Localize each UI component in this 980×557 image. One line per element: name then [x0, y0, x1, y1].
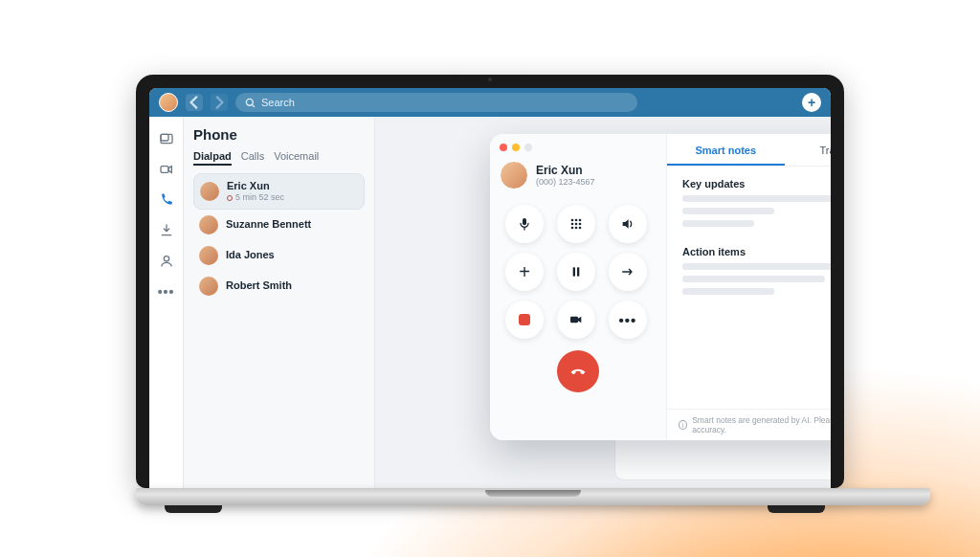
svg-point-6: [571, 219, 574, 222]
contact-row[interactable]: Ida Jones: [193, 240, 365, 271]
contact-sub: 5 min 52 sec: [227, 192, 284, 203]
svg-rect-2: [161, 134, 168, 141]
subtab-calls[interactable]: Calls: [241, 150, 264, 166]
avatar[interactable]: [159, 93, 178, 112]
section-action-items: Action items: [682, 246, 831, 257]
more-button[interactable]: •••: [609, 301, 647, 339]
skeleton-line: [682, 195, 831, 202]
zoom-icon[interactable]: [524, 144, 532, 151]
rail-more[interactable]: •••: [158, 283, 175, 301]
hangup-icon: [568, 362, 588, 381]
ai-disclaimer-text: Smart notes are generated by AI. Please …: [692, 415, 831, 434]
add-call-button[interactable]: +: [505, 253, 544, 291]
rail-contacts[interactable]: [158, 253, 175, 270]
search-placeholder: Search: [261, 97, 295, 108]
video-button[interactable]: [557, 301, 595, 339]
skeleton-line: [682, 276, 825, 282]
top-bar: Search +: [149, 88, 831, 117]
svg-rect-15: [573, 267, 575, 276]
svg-point-13: [575, 227, 578, 230]
svg-point-14: [579, 227, 582, 230]
notes-body: Key updates Action items: [667, 167, 831, 409]
laptop-feet: [136, 505, 854, 515]
svg-rect-5: [523, 218, 526, 225]
contact-row[interactable]: Suzanne Bennett: [193, 210, 365, 240]
contact-name: Suzanne Bennett: [226, 218, 311, 231]
info-icon: i: [679, 420, 687, 430]
call-controls-panel: Eric Xun (000) 123-4567: [490, 134, 667, 440]
svg-point-8: [579, 219, 582, 222]
phone-title: Phone: [193, 126, 365, 143]
app-screen: Search +: [149, 88, 831, 488]
video-icon: [568, 312, 584, 327]
contact-row[interactable]: Robert Smith: [193, 271, 365, 301]
close-icon[interactable]: [500, 144, 507, 151]
avatar: [500, 161, 528, 189]
svg-point-4: [164, 256, 168, 261]
download-icon: [159, 223, 174, 238]
skeleton-line: [682, 208, 774, 214]
dialpad-button[interactable]: [557, 205, 595, 243]
svg-rect-3: [161, 167, 168, 173]
tab-transcript[interactable]: Transcript: [785, 134, 832, 166]
chevron-left-icon: [186, 94, 203, 111]
speaker-button[interactable]: [609, 205, 647, 243]
svg-point-10: [575, 223, 578, 226]
notes-tabs: Smart notes Transcript: [667, 134, 831, 167]
svg-rect-16: [577, 267, 579, 276]
rail-downloads[interactable]: [158, 222, 175, 239]
svg-rect-1: [161, 134, 172, 143]
phone-icon: [159, 192, 174, 208]
svg-point-11: [579, 223, 582, 226]
caller-number: (000) 123-4567: [536, 177, 595, 187]
caller-name: Eric Xun: [536, 164, 595, 177]
caller-info: Eric Xun (000) 123-4567: [500, 161, 657, 189]
avatar: [199, 277, 218, 296]
record-button[interactable]: [505, 301, 544, 339]
smart-notes-panel: Smart notes Transcript Key updates Actio…: [667, 134, 831, 440]
main-area: ↗: [375, 117, 831, 488]
nav-forward-button[interactable]: [211, 94, 228, 111]
mute-button[interactable]: [505, 205, 544, 243]
laptop-frame: Search +: [136, 75, 844, 515]
avatar: [199, 246, 218, 265]
skeleton-line: [682, 288, 774, 295]
rail-phone[interactable]: [158, 191, 175, 209]
contact-row[interactable]: Eric Xun 5 min 52 sec: [193, 173, 365, 210]
minimize-icon[interactable]: [512, 144, 520, 151]
subtab-voicemail[interactable]: Voicemail: [274, 150, 319, 166]
section-key-updates: Key updates: [682, 178, 831, 189]
contact-name: Ida Jones: [226, 249, 275, 261]
window-traffic-lights: [500, 144, 657, 151]
contact-name: Eric Xun: [227, 180, 284, 192]
rail-inbox[interactable]: [158, 130, 175, 147]
laptop-notch: [457, 75, 523, 84]
person-icon: [159, 254, 174, 269]
laptop-hinge: [136, 488, 930, 505]
ai-disclaimer: i Smart notes are generated by AI. Pleas…: [667, 409, 831, 440]
avatar: [200, 182, 219, 201]
speaker-icon: [620, 216, 635, 232]
svg-point-7: [575, 219, 578, 222]
nav-back-button[interactable]: [186, 94, 203, 111]
contact-name: Robert Smith: [226, 279, 292, 292]
subtab-dialpad[interactable]: Dialpad: [193, 150, 232, 166]
skeleton-line: [682, 220, 754, 227]
video-icon: [159, 162, 174, 177]
hangup-button[interactable]: [557, 350, 599, 392]
transfer-button[interactable]: [609, 253, 647, 291]
skeleton-line: [682, 263, 831, 270]
phone-subtabs: Dialpad Calls Voicemail: [193, 150, 365, 166]
tab-smart-notes[interactable]: Smart notes: [667, 134, 785, 166]
search-input[interactable]: Search: [235, 93, 637, 112]
call-card: Eric Xun (000) 123-4567: [490, 134, 831, 440]
svg-rect-17: [570, 317, 578, 323]
search-icon: [245, 98, 256, 108]
call-button-grid: + •••: [500, 203, 657, 341]
record-icon: [227, 195, 233, 201]
rail-video[interactable]: [158, 161, 175, 178]
nav-rail: •••: [149, 117, 184, 488]
add-button[interactable]: +: [802, 93, 821, 112]
hold-button[interactable]: [557, 253, 595, 291]
svg-point-9: [571, 223, 574, 226]
